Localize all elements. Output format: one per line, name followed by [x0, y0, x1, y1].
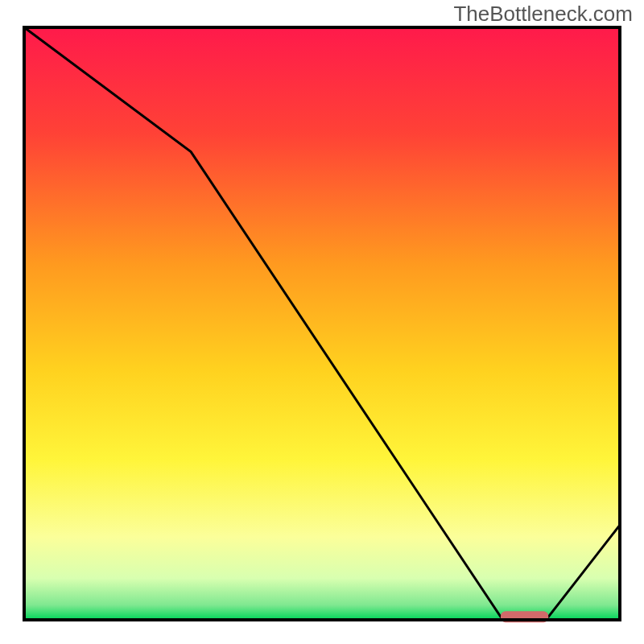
- plot-background: [24, 27, 620, 620]
- bottleneck-chart: [0, 0, 644, 644]
- watermark-text: TheBottleneck.com: [453, 2, 633, 27]
- chart-container: TheBottleneck.com: [0, 0, 644, 644]
